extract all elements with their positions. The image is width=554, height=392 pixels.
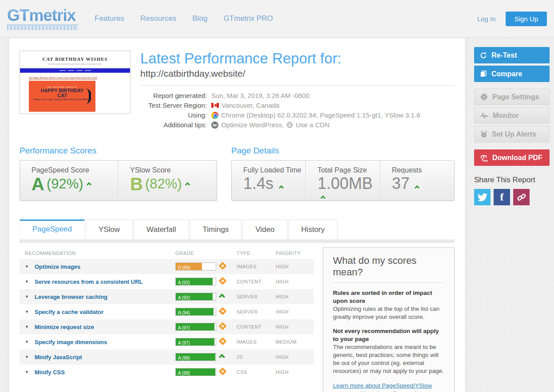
type-cell: CSS bbox=[237, 369, 276, 375]
recommendation-link[interactable]: Serve resources from a consistent URL bbox=[35, 278, 175, 285]
page-settings-button[interactable]: Page Settings bbox=[474, 89, 550, 105]
alarm-clock-icon bbox=[480, 131, 487, 138]
priority-cell: HIGH bbox=[276, 279, 311, 284]
recommendation-link[interactable]: Optimize images bbox=[35, 263, 175, 270]
generated-value: Sun, Mar 3, 2019, 3:28 AM -0800 bbox=[211, 92, 309, 99]
main-nav: Features Resources Blog GTmetrix PRO bbox=[95, 14, 273, 23]
expand-caret-icon[interactable]: ▼ bbox=[25, 340, 35, 344]
table-row[interactable]: ▼ Minimize request size A (97) CONTENT H… bbox=[20, 319, 314, 334]
report-main: CAT BIRTHDAY WISHES Cat Happy Birthday W… bbox=[9, 38, 465, 392]
table-row[interactable]: ▼ Minify JavaScript A (99) JS HIGH bbox=[20, 349, 314, 365]
nav-features[interactable]: Features bbox=[95, 14, 124, 23]
loaded-time-caret-icon[interactable] bbox=[278, 185, 283, 190]
site-screenshot-thumbnail[interactable]: CAT BIRTHDAY WISHES Cat Happy Birthday W… bbox=[20, 51, 131, 114]
type-cell: IMAGES bbox=[237, 339, 276, 345]
page-title: Latest Performance Report for: bbox=[140, 51, 455, 67]
page-size-caret-icon[interactable] bbox=[321, 196, 325, 200]
share-twitter-button[interactable] bbox=[474, 189, 491, 205]
table-row[interactable]: ▼ Minify CSS A (99) CSS HIGH bbox=[20, 365, 314, 380]
recommendation-link[interactable]: Specify a cache validator bbox=[35, 309, 175, 315]
retest-button[interactable]: Re-Test bbox=[474, 47, 550, 63]
tab-timings[interactable]: Timings bbox=[190, 220, 242, 239]
type-cell: CONTENT bbox=[237, 324, 276, 329]
pulse-icon bbox=[480, 113, 488, 119]
scores-info-bold-1: Rules are sorted in order of impact upon… bbox=[333, 289, 444, 305]
nav-gtmetrix-pro[interactable]: GTmetrix PRO bbox=[223, 14, 273, 23]
wordpress-icon: W bbox=[211, 122, 218, 129]
expand-caret-icon[interactable]: ▼ bbox=[25, 310, 35, 314]
requests-caret-icon[interactable] bbox=[415, 185, 419, 190]
col-priority: PRIORITY bbox=[276, 251, 311, 256]
recommendation-link[interactable]: Minify CSS bbox=[35, 369, 175, 376]
table-row[interactable]: ▼ Serve resources from a consistent URL … bbox=[20, 274, 314, 289]
priority-cell: HIGH bbox=[276, 294, 311, 299]
tab-yslow[interactable]: YSlow bbox=[86, 220, 133, 239]
expand-caret-icon[interactable]: ▼ bbox=[25, 370, 35, 374]
login-link[interactable]: Log In bbox=[477, 15, 496, 23]
learn-more-link[interactable]: Learn more about PageSpeed/YSlow scores … bbox=[333, 382, 441, 392]
tab-strip bbox=[20, 239, 455, 243]
pagespeed-expand-caret-icon[interactable] bbox=[87, 182, 91, 187]
monitor-button[interactable]: Monitor bbox=[474, 107, 550, 124]
expand-caret-icon[interactable]: ▼ bbox=[25, 279, 35, 284]
thumb-caption: Cat Happy Birthday Wishes Quote Card Ima… bbox=[29, 76, 130, 79]
expand-caret-icon[interactable]: ▼ bbox=[25, 294, 35, 299]
region-label: Test Server Region: bbox=[140, 102, 207, 109]
share-link-button[interactable] bbox=[513, 189, 530, 205]
priority-cell: HIGH bbox=[276, 264, 311, 269]
requests-label: Requests bbox=[392, 166, 454, 174]
requests-value: 37 bbox=[392, 174, 410, 193]
region-value: Vancouver, Canada bbox=[222, 102, 280, 109]
priority-cell: HIGH bbox=[276, 354, 311, 360]
nav-blog[interactable]: Blog bbox=[192, 14, 207, 23]
twitter-icon bbox=[478, 192, 487, 202]
grade-change-icon bbox=[219, 354, 225, 360]
yslow-expand-caret-icon[interactable] bbox=[185, 182, 190, 187]
nav-resources[interactable]: Resources bbox=[140, 14, 176, 23]
gtmetrix-logo[interactable]: GTmetrix bbox=[7, 8, 80, 30]
tab-pagespeed[interactable]: PageSpeed bbox=[20, 220, 85, 239]
signup-button[interactable]: Sign Up bbox=[506, 12, 547, 26]
optimize-wordpress-link[interactable]: Optimize WordPress, bbox=[221, 121, 284, 129]
facebook-icon: f bbox=[500, 191, 504, 203]
use-a-cdn-link[interactable]: Use a CDN bbox=[296, 121, 329, 129]
scores-info-text-2: The recommendations are meant to be gene… bbox=[333, 344, 444, 374]
grade-bar: A (92) bbox=[175, 278, 216, 286]
table-row[interactable]: ▼ Leverage browser caching A (92) SERVER… bbox=[20, 289, 314, 304]
tab-waterfall[interactable]: Waterfall bbox=[134, 220, 189, 239]
tab-history[interactable]: History bbox=[289, 220, 338, 239]
expand-caret-icon[interactable]: ▼ bbox=[25, 264, 35, 269]
canada-flag-icon bbox=[211, 103, 219, 108]
type-cell: JS bbox=[237, 354, 276, 360]
recommendation-link[interactable]: Specify image dimensions bbox=[35, 339, 175, 345]
grade-bar: A (94) bbox=[175, 308, 216, 316]
table-row[interactable]: ▼ Specify image dimensions A (97) IMAGES… bbox=[20, 334, 314, 349]
grade-bar: A (97) bbox=[175, 338, 216, 346]
tab-video[interactable]: Video bbox=[242, 220, 287, 239]
recommendation-link[interactable]: Minimize request size bbox=[35, 324, 175, 330]
grade-change-icon bbox=[218, 337, 226, 345]
table-row[interactable]: ▼ Specify a cache validator A (94) SERVE… bbox=[20, 304, 314, 319]
setup-alerts-button[interactable]: Set Up Alerts bbox=[474, 126, 550, 142]
compare-button[interactable]: Compare bbox=[474, 66, 550, 82]
download-pdf-button[interactable]: PDF Download PDF bbox=[474, 149, 550, 166]
grade-change-icon bbox=[218, 277, 226, 285]
share-facebook-button[interactable]: f bbox=[494, 189, 510, 205]
yslow-grade-percent: (82%) bbox=[145, 176, 182, 192]
pdf-icon: PDF bbox=[480, 154, 488, 162]
page-details-panel: Fully Loaded Time 1.4s Total Page Size 1… bbox=[231, 160, 455, 201]
scores-info-bold-2: Not every recommendation will apply to y… bbox=[333, 327, 444, 343]
col-type: TYPE bbox=[237, 251, 276, 256]
performance-scores-panel: PageSpeed Score A (92%) YSlow Score B (8… bbox=[20, 160, 217, 201]
recommendation-link[interactable]: Leverage browser caching bbox=[35, 294, 175, 300]
recommendation-link[interactable]: Minify JavaScript bbox=[35, 354, 175, 361]
expand-caret-icon[interactable]: ▼ bbox=[25, 325, 35, 329]
table-row[interactable]: ▼ Optimize images D (66) IMAGES HIGH bbox=[20, 259, 314, 274]
logo-text: GTmetrix bbox=[7, 8, 80, 24]
page-details-heading: Page Details bbox=[231, 146, 455, 156]
svg-text:PDF: PDF bbox=[483, 159, 488, 162]
grade-change-icon bbox=[218, 262, 226, 270]
expand-caret-icon[interactable]: ▼ bbox=[25, 355, 35, 359]
tips-label: Additional tips: bbox=[140, 121, 207, 129]
chrome-icon bbox=[211, 112, 218, 119]
